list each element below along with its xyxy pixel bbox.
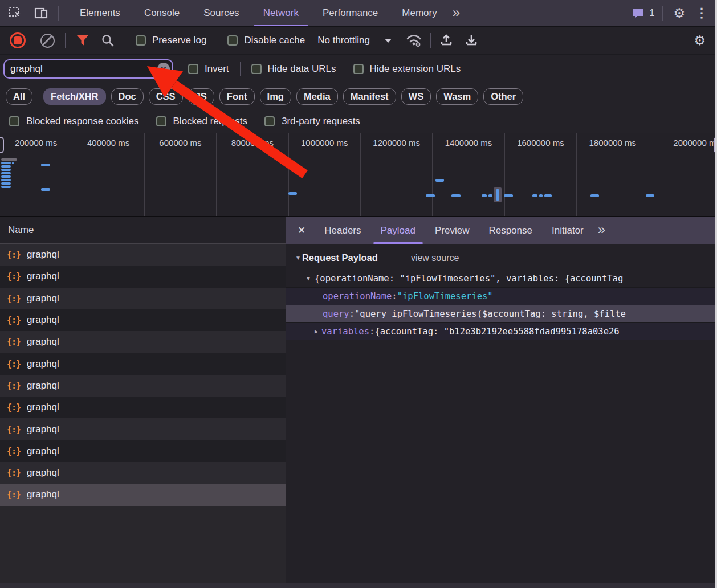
import-har-icon[interactable] xyxy=(439,33,454,48)
search-icon[interactable] xyxy=(101,34,115,47)
settings-gear-icon[interactable]: ⚙ xyxy=(673,7,685,20)
payload-query-row-selected[interactable]: query: "query ipFlowTimeseries($accountT… xyxy=(286,305,717,323)
kebab-menu-icon[interactable]: ⋮ xyxy=(695,7,708,19)
chip-doc[interactable]: Doc xyxy=(111,88,144,105)
payload-preview-row[interactable]: ▼ {operationName: "ipFlowTimeseries", va… xyxy=(286,270,717,287)
chip-manifest[interactable]: Manifest xyxy=(343,88,396,105)
tab-response[interactable]: Response xyxy=(479,217,542,244)
payload-variables-row[interactable]: ▶ variables: {accountTag: "b12e3b2192ee5… xyxy=(286,323,717,340)
chip-media[interactable]: Media xyxy=(296,88,338,105)
tab-performance[interactable]: Performance xyxy=(311,0,390,26)
chip-ws[interactable]: WS xyxy=(401,88,431,105)
waterfall-bar xyxy=(1,165,11,168)
table-row[interactable]: {:}graphql xyxy=(0,309,286,331)
table-row[interactable]: {:}graphql xyxy=(0,331,286,353)
network-overview-timeline[interactable]: 200000 ms 400000 ms 600000 ms 800000 ms … xyxy=(0,133,717,217)
table-row[interactable]: {:}graphql xyxy=(0,397,286,418)
filter-input[interactable] xyxy=(3,59,173,79)
third-party-requests-checkbox[interactable] xyxy=(264,116,275,126)
chip-css[interactable]: CSS xyxy=(149,88,183,105)
export-har-icon[interactable] xyxy=(464,33,479,48)
divider xyxy=(662,6,663,21)
hide-data-urls-checkbox[interactable] xyxy=(251,64,262,74)
expand-triangle-icon[interactable]: ▶ xyxy=(315,329,318,334)
request-name: graphql xyxy=(27,249,59,260)
network-settings-gear-icon[interactable]: ⚙ xyxy=(694,34,706,47)
chip-all[interactable]: All xyxy=(6,88,32,105)
tab-console[interactable]: Console xyxy=(132,0,192,26)
filter-funnel-icon[interactable] xyxy=(76,34,89,47)
throttling-select[interactable]: No throttling xyxy=(317,35,370,46)
tab-sources[interactable]: Sources xyxy=(192,0,251,26)
request-type-chips: All Fetch/XHR Doc CSS JS Font Img Media … xyxy=(0,83,717,109)
close-detail-icon[interactable]: ✕ xyxy=(298,224,305,236)
timeline-left-grip[interactable] xyxy=(0,137,4,153)
request-name: graphql xyxy=(27,380,59,391)
divider xyxy=(125,33,125,48)
tab-preview[interactable]: Preview xyxy=(425,217,479,244)
table-row[interactable]: {:}graphql xyxy=(0,266,286,287)
json-braces-icon: {:} xyxy=(7,489,21,500)
collapse-triangle-icon[interactable]: ▼ xyxy=(307,276,310,281)
payload-key: operationName xyxy=(323,288,392,305)
tab-network[interactable]: Network xyxy=(251,0,311,26)
table-row[interactable]: {:}graphql xyxy=(0,440,286,462)
request-name: graphql xyxy=(27,402,59,413)
advanced-filters-row: Blocked response cookies Blocked request… xyxy=(0,109,717,133)
table-row[interactable]: {:}graphql xyxy=(0,462,286,484)
collapse-triangle-icon[interactable]: ▼ xyxy=(295,255,301,261)
divider xyxy=(286,346,717,346)
waterfall-bar xyxy=(488,194,492,197)
inspect-element-icon[interactable] xyxy=(8,6,23,21)
payload-value: "query ipFlowTimeseries($accountTag: str… xyxy=(355,305,626,322)
request-payload-title: Request Payload xyxy=(302,252,378,263)
device-toolbar-icon[interactable] xyxy=(34,6,49,20)
table-row[interactable]: {:}graphql xyxy=(0,244,286,266)
invert-checkbox[interactable] xyxy=(188,64,198,74)
tab-headers[interactable]: Headers xyxy=(315,217,370,244)
hide-data-urls-label: Hide data URLs xyxy=(268,63,336,75)
messages-icon[interactable] xyxy=(632,7,645,19)
json-braces-icon: {:} xyxy=(7,293,21,304)
preserve-log-checkbox[interactable] xyxy=(136,35,146,46)
tab-payload[interactable]: Payload xyxy=(371,217,425,244)
table-row[interactable]: {:}graphql xyxy=(0,375,286,397)
json-braces-icon: {:} xyxy=(7,359,21,369)
hide-extension-urls-checkbox[interactable] xyxy=(353,64,364,74)
json-braces-icon: {:} xyxy=(7,250,21,260)
chip-other[interactable]: Other xyxy=(483,88,523,105)
blocked-requests-checkbox[interactable] xyxy=(156,116,166,126)
chip-fetch-xhr[interactable]: Fetch/XHR xyxy=(43,88,105,105)
payload-operation-row[interactable]: operationName: "ipFlowTimeseries" xyxy=(286,287,717,305)
throttling-dropdown-arrow-icon[interactable] xyxy=(385,39,392,43)
chip-js[interactable]: JS xyxy=(188,88,214,105)
request-list: {:}graphql{:}graphql{:}graphql{:}graphql… xyxy=(0,244,286,506)
tab-elements[interactable]: Elements xyxy=(68,0,132,26)
name-column-header[interactable]: Name xyxy=(0,217,286,244)
table-row[interactable]: {:}graphql xyxy=(0,288,286,309)
devtools-top-bar: Elements Console Sources Network Perform… xyxy=(0,0,717,27)
request-name: graphql xyxy=(27,489,59,500)
tab-initiator[interactable]: Initiator xyxy=(542,217,593,244)
table-row[interactable]: {:}graphql xyxy=(0,418,286,440)
chip-font[interactable]: Font xyxy=(219,88,255,105)
view-source-link[interactable]: view source xyxy=(411,253,459,263)
table-row[interactable]: {:}graphql xyxy=(0,484,286,505)
chip-img[interactable]: Img xyxy=(260,88,291,105)
disable-cache-checkbox[interactable] xyxy=(227,35,238,46)
network-filter-row: ✕ Invert Hide data URLs Hide extension U… xyxy=(0,55,717,83)
blocked-response-cookies-checkbox[interactable] xyxy=(9,116,19,126)
more-tabs-chevron-icon[interactable]: » xyxy=(453,6,460,19)
waterfall-bar xyxy=(482,194,487,197)
request-name: graphql xyxy=(27,271,59,282)
network-conditions-icon[interactable] xyxy=(405,33,422,48)
clear-filter-icon[interactable]: ✕ xyxy=(157,63,170,75)
blocked-requests-label: Blocked requests xyxy=(173,116,247,127)
more-detail-tabs-chevron-icon[interactable]: » xyxy=(598,223,605,236)
clear-network-log-icon[interactable] xyxy=(40,34,55,48)
record-network-log-icon[interactable] xyxy=(10,32,26,48)
tab-memory[interactable]: Memory xyxy=(390,0,449,26)
chip-wasm[interactable]: Wasm xyxy=(436,88,478,105)
table-row[interactable]: {:}graphql xyxy=(0,353,286,374)
request-name: graphql xyxy=(27,293,59,304)
